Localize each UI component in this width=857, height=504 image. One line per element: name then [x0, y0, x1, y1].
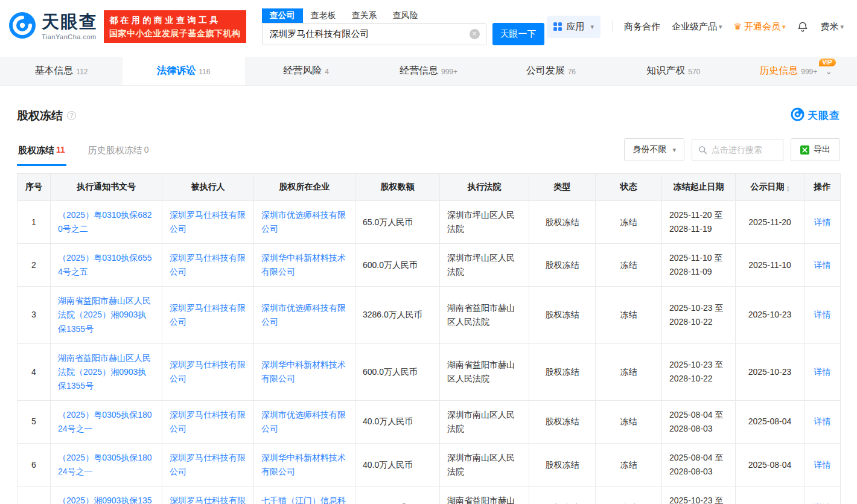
chevron-down-icon: ▾ — [840, 23, 844, 31]
table-search-box[interactable] — [692, 139, 783, 161]
main-tab[interactable]: 基本信息112 — [0, 57, 123, 85]
executed-party-link[interactable]: 深圳罗马仕科技有限公司 — [170, 253, 246, 276]
nav-item-label: 商务合作 — [624, 21, 660, 33]
tianyancha-logo[interactable]: 天眼查 TianYanCha.com — [8, 11, 98, 42]
freeze-type: 股权冻结 — [529, 343, 596, 400]
bell-icon[interactable] — [797, 21, 809, 33]
notice-number-link[interactable]: 湖南省益阳市赫山区人民法院（2025）湘0903执保1355号 — [58, 353, 151, 391]
sort-icon[interactable]: ▴▾ — [786, 185, 789, 193]
table-row: 7（2025）湘0903执保1355号深圳罗马仕科技有限公司七千猫（江门）信息科… — [18, 486, 841, 504]
divider — [612, 21, 613, 33]
executed-party-link[interactable]: 深圳罗马仕科技有限公司 — [170, 496, 246, 504]
equity-company-link[interactable]: 深圳华中科新材料技术有限公司 — [261, 360, 346, 383]
notice-number-link[interactable]: （2025）粤0305执保18024号之一 — [58, 410, 152, 433]
subtab[interactable]: 股权冻结11 — [17, 140, 66, 166]
equity-amount: 600.0万人民币 — [355, 343, 440, 400]
executed-party-link[interactable]: 深圳罗马仕科技有限公司 — [170, 453, 246, 476]
freeze-status: 冻结 — [596, 486, 662, 504]
search-tab[interactable]: 查关系 — [344, 8, 385, 23]
row-index: 5 — [18, 400, 51, 443]
main-tab[interactable]: 经营风险4 — [245, 57, 368, 85]
main-tab-label: 法律诉讼 — [157, 65, 196, 77]
table-row: 3湖南省益阳市赫山区人民法院（2025）湘0903执保1355号深圳罗马仕科技有… — [18, 287, 841, 343]
search-input[interactable] — [263, 24, 486, 45]
subtab[interactable]: 历史股权冻结0 — [87, 140, 150, 166]
detail-link[interactable]: 详情 — [814, 367, 831, 377]
watermark-label: 天眼查 — [808, 109, 840, 123]
promo-line-2: 国家中小企业发展子基金旗下机构 — [109, 27, 241, 40]
notice-number-link[interactable]: 湖南省益阳市赫山区人民法院（2025）湘0903执保1355号 — [58, 296, 151, 333]
search-tab[interactable]: 查风险 — [385, 8, 426, 23]
nav-open-vip[interactable]: ♛ 开通会员 ▾ — [733, 21, 785, 33]
tianyancha-logo-icon — [8, 11, 36, 42]
freeze-period: 2025-10-23 至 2028-10-22 — [662, 343, 736, 400]
detail-link[interactable]: 详情 — [814, 460, 831, 470]
table-search-input[interactable] — [712, 145, 777, 155]
user-menu[interactable]: 费米 ▾ — [820, 21, 844, 33]
nav-business-cooperation[interactable]: 商务合作 — [624, 21, 660, 33]
notice-number-link[interactable]: （2025）粤0305执保18024号之一 — [58, 453, 152, 476]
executed-party-link[interactable]: 深圳罗马仕科技有限公司 — [170, 210, 246, 234]
chevron-down-icon: ▾ — [590, 23, 594, 31]
table-cell: 深圳罗马仕科技有限公司 — [162, 244, 254, 287]
search-tab[interactable]: 查公司 — [262, 8, 303, 23]
publish-date: - — [736, 486, 804, 504]
apps-menu[interactable]: 应用 ▾ — [547, 16, 601, 38]
publish-date: 2025-08-04 — [736, 400, 804, 443]
notice-number-link[interactable]: （2025）粤0310执保6820号之二 — [58, 210, 152, 234]
notice-number-link[interactable]: （2025）粤0310执保6554号之五 — [58, 253, 152, 276]
brand-name: 天眼查 — [42, 13, 98, 31]
column-header: 被执行人 — [162, 174, 254, 201]
table-cell: 详情 — [804, 486, 841, 504]
table-cell: 湖南省益阳市赫山区人民法院（2025）湘0903执保1355号 — [51, 343, 162, 400]
search-button[interactable]: 天眼一下 — [492, 23, 544, 45]
detail-link[interactable]: 详情 — [814, 217, 831, 227]
freeze-status: 冻结 — [596, 400, 662, 443]
main-tab[interactable]: 法律诉讼116 — [123, 57, 245, 85]
help-icon[interactable]: ? — [67, 111, 76, 120]
equity-company-link[interactable]: 七千猫（江门）信息科技有限公司 — [261, 496, 346, 504]
equity-company-link[interactable]: 深圳华中科新材料技术有限公司 — [261, 453, 346, 476]
court-name: 湖南省益阳市赫山区人民法院 — [440, 486, 529, 504]
export-button[interactable]: 导出 — [791, 138, 840, 161]
equity-company-link[interactable]: 深圳市优选师科技有限公司 — [261, 210, 346, 234]
table-controls: 身份不限 ▾ 导出 — [624, 138, 840, 166]
main-tab[interactable]: 经营信息999+ — [368, 57, 490, 85]
nav-enterprise-products[interactable]: 企业级产品 ▾ — [672, 21, 722, 33]
publish-date: 2025-11-20 — [736, 201, 804, 244]
detail-link[interactable]: 详情 — [814, 416, 831, 426]
court-name: 深圳市坪山区人民法院 — [440, 244, 529, 287]
main-tab-count: 570 — [688, 68, 700, 76]
equity-amount: 600.0万人民币 — [355, 244, 440, 287]
freeze-type: 股权冻结 — [529, 486, 596, 504]
publish-date: 2025-11-10 — [736, 244, 804, 287]
detail-link[interactable]: 详情 — [814, 260, 831, 270]
table-row: 1（2025）粤0310执保6820号之二深圳罗马仕科技有限公司深圳市优选师科技… — [18, 201, 841, 244]
search-tab[interactable]: 查老板 — [303, 8, 344, 23]
identity-filter-dropdown[interactable]: 身份不限 ▾ — [624, 138, 684, 161]
clear-icon[interactable]: × — [470, 29, 480, 39]
column-header[interactable]: 公示日期▴▾ — [736, 174, 804, 201]
table-cell: 湖南省益阳市赫山区人民法院（2025）湘0903执保1355号 — [51, 287, 162, 343]
executed-party-link[interactable]: 深圳罗马仕科技有限公司 — [170, 360, 246, 383]
table-cell: （2025）粤0310执保6554号之五 — [51, 244, 162, 287]
page-title: 股权冻结 — [17, 108, 63, 124]
main-tab[interactable]: 知识产权570 — [612, 57, 734, 85]
freeze-status: 冻结 — [596, 244, 662, 287]
equity-company-link[interactable]: 深圳市优选师科技有限公司 — [261, 410, 346, 433]
equity-amount: 40.0万人民币 — [355, 400, 440, 443]
chevron-down-icon: ▾ — [672, 146, 676, 154]
equity-company-link[interactable]: 深圳华中科新材料技术有限公司 — [261, 253, 346, 276]
main-tab[interactable]: 公司发展76 — [489, 57, 612, 85]
executed-party-link[interactable]: 深圳罗马仕科技有限公司 — [170, 410, 246, 433]
subtab-count: 0 — [144, 145, 149, 158]
executed-party-link[interactable]: 深圳罗马仕科技有限公司 — [170, 303, 246, 327]
notice-number-link[interactable]: （2025）湘0903执保1355号 — [58, 496, 152, 504]
publish-date: 2025-10-23 — [736, 287, 804, 343]
top-header: 天眼查 TianYanCha.com 都在用的商业查询工具 国家中小企业发展子基… — [0, 0, 857, 53]
equity-company-link[interactable]: 深圳市优选师科技有限公司 — [261, 303, 346, 327]
export-label: 导出 — [814, 144, 830, 155]
column-header: 执行通知书文号 — [51, 174, 162, 201]
detail-link[interactable]: 详情 — [814, 310, 831, 319]
main-tab[interactable]: 历史信息999+VIP⌄ — [734, 57, 857, 85]
